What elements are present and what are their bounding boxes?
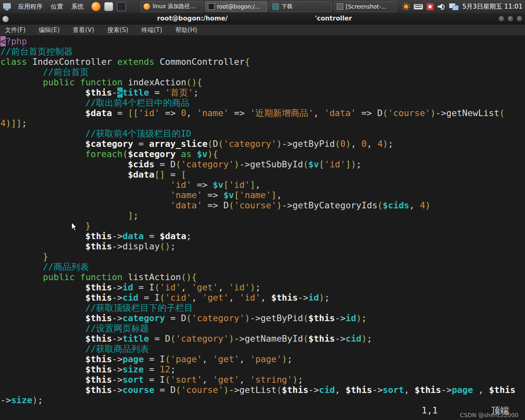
menubar-item-help[interactable]: 帮助(H) — [172, 25, 201, 35]
firefox-launcher-icon[interactable] — [91, 2, 100, 11]
clock[interactable]: 5月3日星期五 11:01 — [462, 0, 523, 13]
code-line: $this->sort = I('sort', 'get', 'string')… — [0, 374, 525, 385]
menubar-item-search[interactable]: 搜索(S) — [104, 25, 132, 35]
files-launcher-icon[interactable] — [104, 2, 113, 11]
code-line: //前台首页控制器 — [0, 46, 525, 57]
keyboard-icon[interactable] — [414, 4, 423, 9]
task-label: linux 添加路径… — [153, 3, 195, 10]
code-line: ->size); — [0, 395, 525, 405]
code-line: } — [0, 251, 525, 262]
window-title-secondary: 'controller — [315, 15, 352, 22]
watermark: CSDN @shencz2000 — [460, 412, 518, 418]
code-line: //获取商品列表 — [0, 344, 525, 354]
code-line: public function indexAction(){ — [0, 77, 525, 87]
code-line: public function listAction(){ — [0, 272, 525, 282]
code-line: $this->data = $data; — [0, 231, 525, 241]
computer-icon[interactable] — [2, 2, 11, 11]
code-line: $cids = D('category')->getSubById($v['id… — [0, 159, 525, 169]
firefox-icon — [144, 3, 150, 10]
volume-icon[interactable] — [437, 2, 445, 11]
code-line: $this->title = D('category')->getNameByI… — [0, 333, 525, 344]
displays-icon[interactable] — [449, 2, 457, 11]
code-line: $data[] = [ — [0, 169, 525, 180]
brightness-icon[interactable] — [402, 2, 410, 11]
vim-ruler: 1,1 — [422, 405, 438, 415]
code-line: $category = array_slice(D('category')->g… — [0, 139, 525, 149]
code-line: //设置网页标题 — [0, 323, 525, 333]
code-line: 'id' => $v['id'], — [0, 180, 525, 190]
task-button-firefox[interactable]: linux 添加路径… — [141, 1, 203, 12]
menubar-item-view[interactable]: 查看(V) — [70, 25, 98, 35]
code-line: 'name' => $v['name'], — [0, 190, 525, 200]
code-line: 'data' => D('course')->getByCategoryIds(… — [0, 200, 525, 210]
terminal-titlebar[interactable]: root@bogon:/home/ 'controller — [0, 13, 525, 25]
code-line: $this->id = I('id', 'get', 'id'); — [0, 282, 525, 292]
menubar-item-file[interactable]: 文件(F) — [2, 25, 29, 35]
minimize-button[interactable] — [498, 16, 504, 22]
image-icon — [337, 3, 343, 10]
code-line: $this->cid = I('cid', 'get', 'id', $this… — [0, 292, 525, 303]
code-line: //获取前4个顶级栏目的ID — [0, 128, 525, 139]
code-line: $this->title = '首页'; — [0, 87, 525, 98]
top-panel: 应用程序 位置 系统 linux 添加路径… root@bogon:/… 下载 — [0, 0, 525, 14]
window-icon — [2, 16, 9, 22]
code-line: 4)]]; — [0, 118, 525, 128]
input-method-icon[interactable] — [427, 3, 434, 10]
mouse-cursor — [71, 222, 78, 231]
code-line: class IndexController extends CommonCont… — [0, 57, 525, 67]
terminal-icon — [208, 3, 215, 10]
close-button[interactable] — [516, 16, 523, 22]
terminal-launcher-icon[interactable] — [117, 2, 126, 11]
menu-system[interactable]: 系统 — [67, 0, 88, 13]
system-tray: 5月3日星期五 11:01 — [398, 0, 525, 13]
menubar-item-terminal[interactable]: 终端(T) — [138, 25, 166, 35]
panel-left-section: 应用程序 位置 系统 — [0, 0, 126, 13]
code-line: ]; — [0, 210, 525, 221]
code-line: foreach($category as $v){ — [0, 149, 525, 159]
task-label: 下载 — [281, 3, 292, 10]
terminal-menubar: 文件(F) 编辑(E) 查看(V) 搜索(S) 终端(T) 帮助(H) — [0, 25, 525, 36]
code-line: $this->size = 12; — [0, 364, 525, 374]
menu-applications[interactable]: 应用程序 — [14, 0, 47, 13]
code-line: } — [0, 221, 525, 231]
task-label: root@bogon:/… — [217, 3, 260, 10]
task-label: [Screenshot-… — [346, 3, 386, 10]
menubar-item-edit[interactable]: 编辑(E) — [35, 25, 63, 35]
maximize-button[interactable] — [507, 16, 514, 22]
vim-buffer[interactable]: <?php//前台首页控制器class IndexController exte… — [0, 35, 525, 405]
menu-places[interactable]: 位置 — [47, 0, 67, 13]
task-button-screenshot[interactable]: [Screenshot-… — [334, 1, 396, 12]
task-button-downloads[interactable]: 下载 — [269, 1, 332, 12]
window-title: root@bogon:/home/ — [157, 15, 228, 22]
task-button-terminal[interactable]: root@bogon:/… — [205, 1, 267, 12]
code-line: //前台首页 — [0, 67, 525, 77]
terminal-content[interactable]: <?php//前台首页控制器class IndexController exte… — [0, 35, 525, 420]
code-line: $this->course = D('course')->getList($th… — [0, 385, 525, 395]
window-controls — [495, 16, 523, 22]
code-line: //商品列表 — [0, 262, 525, 272]
code-line: $this->category = D('category')->getByPi… — [0, 313, 525, 323]
window-list: linux 添加路径… root@bogon:/… 下载 [Screenshot… — [141, 1, 398, 12]
code-line: $this->page = I('page', 'get', 'page'); — [0, 354, 525, 364]
code-line: $data = [['id' => 0, 'name' => '近期新增商品',… — [0, 108, 525, 118]
desktop-screen: 应用程序 位置 系统 linux 添加路径… root@bogon:/… 下载 — [0, 0, 525, 420]
code-line: $this->display(); — [0, 241, 525, 251]
code-line: //取出前4个栏目中的商品 — [0, 98, 525, 108]
code-line: //获取顶级栏目下的子栏目 — [0, 303, 525, 313]
code-line: <?php — [0, 36, 525, 46]
folder-icon — [272, 3, 279, 10]
